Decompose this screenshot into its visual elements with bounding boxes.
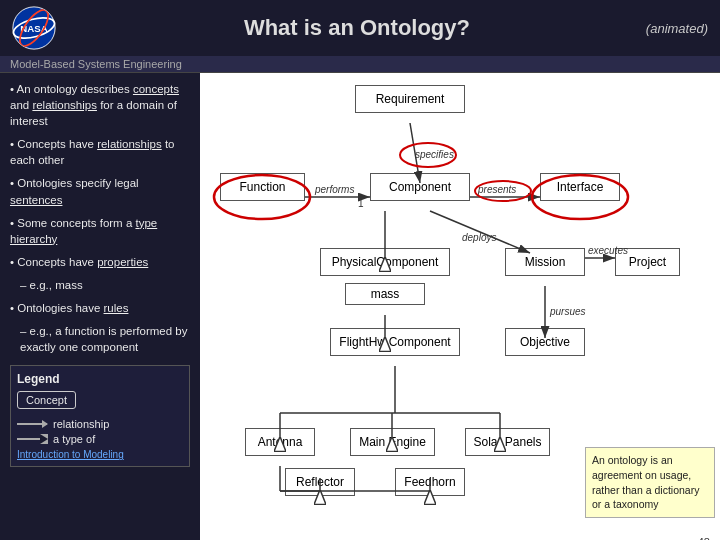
- physical-component-box: PhysicalComponent: [320, 248, 450, 276]
- requirement-box: Requirement: [355, 85, 465, 113]
- bullet-6: – e.g., mass: [10, 277, 190, 293]
- bullet-1: • An ontology describes concepts and rel…: [10, 81, 190, 129]
- solar-panels-box: Solar Panels: [465, 428, 550, 456]
- bullet-4: • Some concepts form a type hierarchy: [10, 215, 190, 247]
- legend-title: Legend: [17, 372, 183, 386]
- animated-badge: (animated): [646, 21, 708, 36]
- svg-text:specifies: specifies: [415, 149, 454, 160]
- legend-relationship-item: relationship: [17, 418, 183, 430]
- bullet-list: • An ontology describes concepts and rel…: [10, 81, 190, 355]
- bullet-3: • Ontologies specify legal sentences: [10, 175, 190, 207]
- legend-rel-label: relationship: [53, 418, 109, 430]
- svg-text:performs: performs: [314, 184, 354, 195]
- function-box: Function: [220, 173, 305, 201]
- antenna-box: Antenna: [245, 428, 315, 456]
- legend: Legend Concept relationship a type of In…: [10, 365, 190, 467]
- legend-concept-box: Concept: [17, 391, 76, 409]
- svg-text:pursues: pursues: [549, 306, 586, 317]
- info-box: An ontology is an agreement on usage, ra…: [585, 447, 715, 518]
- legend-concept-item: Concept: [17, 391, 183, 413]
- page-number: 48: [698, 536, 710, 540]
- bullet-7: • Ontologies have rules: [10, 300, 190, 316]
- project-box: Project: [615, 248, 680, 276]
- subtitle-bar: Model-Based Systems Engineering: [0, 56, 720, 73]
- diagram-panel: Requirement Function Component Interface…: [200, 73, 720, 540]
- bullet-2: • Concepts have relationships to each ot…: [10, 136, 190, 168]
- feedhorn-box: Feedhorn: [395, 468, 465, 496]
- legend-rel-arrow: [17, 423, 47, 425]
- left-panel: • An ontology describes concepts and rel…: [0, 73, 200, 540]
- mission-box: Mission: [505, 248, 585, 276]
- component-box: Component: [370, 173, 470, 201]
- intro-link[interactable]: Introduction to Modeling: [17, 449, 183, 460]
- svg-text:deploys: deploys: [462, 232, 496, 243]
- svg-text:1: 1: [358, 198, 364, 209]
- bullet-5: • Concepts have properties: [10, 254, 190, 270]
- svg-line-14: [430, 211, 530, 253]
- interface-box: Interface: [540, 173, 620, 201]
- mass-box: mass: [345, 283, 425, 305]
- header: NASA What is an Ontology? (animated): [0, 0, 720, 56]
- svg-point-35: [475, 181, 531, 201]
- svg-text:presents: presents: [477, 184, 516, 195]
- legend-type-arrow: [17, 438, 47, 440]
- flighthw-box: FlightHw.Component: [330, 328, 460, 356]
- reflector-box: Reflector: [285, 468, 355, 496]
- bullet-8: – e.g., a function is performed by exact…: [10, 323, 190, 355]
- legend-type-label: a type of: [53, 433, 95, 445]
- legend-type-item: a type of: [17, 433, 183, 445]
- svg-point-34: [400, 143, 456, 167]
- page-title: What is an Ontology?: [68, 15, 646, 41]
- objective-box: Objective: [505, 328, 585, 356]
- main-engine-box: Main Engine: [350, 428, 435, 456]
- nasa-logo: NASA: [12, 6, 56, 50]
